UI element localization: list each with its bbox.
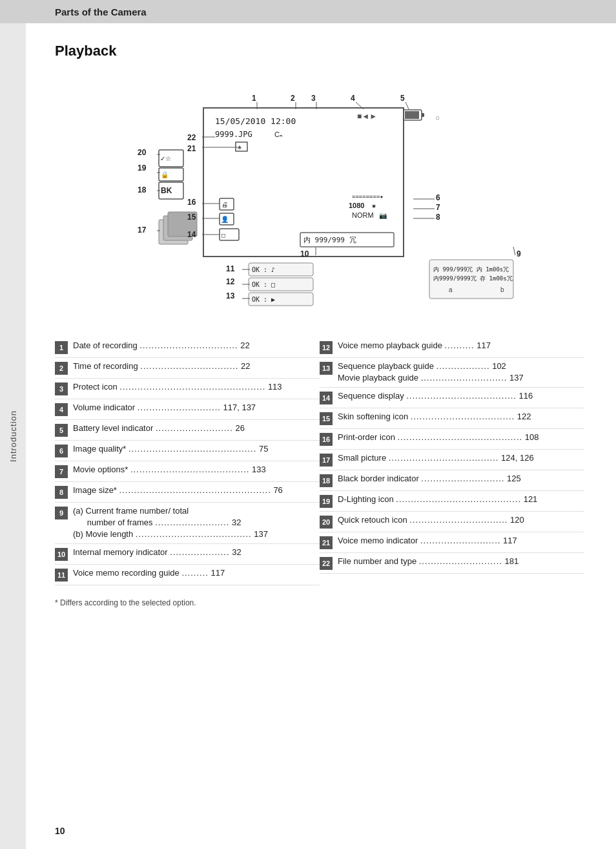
ref-num-21: 21 <box>320 536 333 549</box>
ref-item-21: 21 Voice memo indicator ................… <box>320 532 584 553</box>
svg-text:========★: ========★ <box>352 193 384 200</box>
ref-text-15: Skin softening icon ....................… <box>338 411 584 423</box>
sidebar: Introduction <box>0 23 26 849</box>
ref-item-11: 11 Voice memo recording guide ......... … <box>55 565 320 585</box>
svg-text:2: 2 <box>291 94 295 103</box>
svg-text:8: 8 <box>436 213 440 222</box>
svg-line-81 <box>513 247 515 255</box>
svg-text:5: 5 <box>400 94 405 103</box>
ref-text-17: Small picture ..........................… <box>338 452 584 464</box>
ref-text-5: Battery level indicator ................… <box>73 423 320 434</box>
ref-item-16: 16 Print-order icon ....................… <box>320 429 584 450</box>
svg-text:13: 13 <box>226 291 235 300</box>
svg-text:✓☆: ✓☆ <box>160 155 171 162</box>
ref-col-right: 12 Voice memo playback guide .......... … <box>320 337 584 585</box>
svg-text:OK : □: OK : □ <box>252 281 275 288</box>
svg-text:3: 3 <box>311 94 316 103</box>
svg-text:NORM: NORM <box>352 211 374 219</box>
ref-item-13: 13 Sequence playback guide .............… <box>320 358 584 388</box>
ref-item-12: 12 Voice memo playback guide .......... … <box>320 337 584 358</box>
svg-text:内9999/9999冗 存  1m00s冗: 内9999/9999冗 存 1m00s冗 <box>433 275 513 282</box>
ref-text-20: Quick retouch icon .....................… <box>338 514 584 526</box>
svg-text:20: 20 <box>138 148 147 157</box>
svg-text:🔒: 🔒 <box>161 171 169 179</box>
ref-num-8: 8 <box>55 486 68 499</box>
svg-text:11: 11 <box>226 264 235 273</box>
ref-num-4: 4 <box>55 403 68 416</box>
ref-num-12: 12 <box>320 341 333 354</box>
ref-text-18: Black border indicator .................… <box>338 473 584 485</box>
svg-text:内 999/999冗  内 1m00s冗: 内 999/999冗 内 1m00s冗 <box>433 266 509 273</box>
ref-num-2: 2 <box>55 362 68 375</box>
svg-line-53 <box>406 102 409 109</box>
page-title: Parts of the Camera <box>55 6 147 17</box>
ref-num-14: 14 <box>320 392 333 404</box>
svg-text:14: 14 <box>187 230 196 239</box>
footnote: * Differs according to the selected opti… <box>55 598 590 607</box>
ref-item-18: 18 Black border indicator ..............… <box>320 470 584 491</box>
ref-item-3: 3 Protect icon .........................… <box>55 379 320 399</box>
ref-item-2: 2 Time of recording ....................… <box>55 358 320 379</box>
ref-num-3: 3 <box>55 383 68 395</box>
ref-num-6: 6 <box>55 445 68 457</box>
svg-text:⌂: ⌂ <box>436 114 440 121</box>
svg-text:19: 19 <box>138 163 147 173</box>
svg-text:OK : ▶: OK : ▶ <box>252 296 275 303</box>
svg-text:👤: 👤 <box>221 215 229 224</box>
ref-text-2: Time of recording ......................… <box>73 361 320 372</box>
sidebar-label: Introduction <box>8 410 18 462</box>
ref-item-8: 8 Image size* ..........................… <box>55 482 320 503</box>
svg-text:22: 22 <box>187 133 196 142</box>
ref-num-19: 19 <box>320 495 333 508</box>
ref-num-1: 1 <box>55 341 68 354</box>
svg-text:1080: 1080 <box>349 202 364 209</box>
svg-text:7: 7 <box>436 203 440 212</box>
ref-text-6: Image quality* .........................… <box>73 443 320 455</box>
ref-text-14: Sequence display .......................… <box>338 390 584 402</box>
ref-item-17: 17 Small picture .......................… <box>320 450 584 470</box>
svg-rect-29 <box>422 113 424 117</box>
ref-text-10: Internal memory indicator ..............… <box>73 547 320 558</box>
ref-num-7: 7 <box>55 465 68 478</box>
ref-item-15: 15 Skin softening icon .................… <box>320 408 584 429</box>
ref-text-19: D-Lighting icon ........................… <box>338 494 584 505</box>
svg-text:15: 15 <box>187 213 196 222</box>
svg-text:10: 10 <box>300 249 309 258</box>
ref-num-11: 11 <box>55 569 68 582</box>
ref-text-1: Date of recording ......................… <box>73 340 320 351</box>
svg-text:🖨: 🖨 <box>221 201 228 208</box>
ref-item-20: 20 Quick retouch icon ..................… <box>320 512 584 532</box>
svg-text:17: 17 <box>138 225 147 235</box>
reference-table: 1 Date of recording ....................… <box>55 337 584 585</box>
svg-text:内 999/999 冗: 内 999/999 冗 <box>303 236 356 244</box>
svg-text:4: 4 <box>351 94 355 103</box>
section-title: Playback <box>55 43 590 59</box>
svg-text:★: ★ <box>371 203 376 209</box>
ref-num-18: 18 <box>320 474 333 487</box>
page-number: 10 <box>55 826 65 836</box>
ref-col-left: 1 Date of recording ....................… <box>55 337 320 585</box>
ref-text-13: Sequence playback guide ................… <box>338 361 584 384</box>
ref-num-10: 10 <box>55 548 68 561</box>
ref-text-4: Volume indicator .......................… <box>73 402 320 414</box>
ref-text-11: Voice memo recording guide ......... 117 <box>73 567 320 579</box>
svg-text:📷: 📷 <box>379 211 387 220</box>
camera-diagram: 15/05/2010 12:00 9999.JPG Cₙ ♣ BK ✓☆ 🔒 <box>55 72 584 318</box>
ref-item-14: 14 Sequence display ....................… <box>320 388 584 408</box>
svg-text:9: 9 <box>517 249 521 258</box>
svg-rect-30 <box>405 111 419 119</box>
ref-num-9: 9 <box>55 507 68 519</box>
svg-text:16: 16 <box>187 198 196 207</box>
ref-item-9: 9 (a) Current frame number/ total number… <box>55 503 320 544</box>
svg-text:18: 18 <box>138 185 147 194</box>
svg-text:■◄►: ■◄► <box>357 112 377 121</box>
ref-item-6: 6 Image quality* .......................… <box>55 441 320 461</box>
diagram-container: 15/05/2010 12:00 9999.JPG Cₙ ♣ BK ✓☆ 🔒 <box>55 72 584 318</box>
svg-text:□: □ <box>221 232 225 238</box>
ref-text-12: Voice memo playback guide .......... 117 <box>338 340 584 351</box>
svg-text:a: a <box>449 286 453 293</box>
svg-text:OK : ♪: OK : ♪ <box>252 266 275 273</box>
svg-text:12: 12 <box>226 277 235 286</box>
ref-text-7: Movie options* .........................… <box>73 464 320 476</box>
svg-text:BK: BK <box>161 186 172 195</box>
